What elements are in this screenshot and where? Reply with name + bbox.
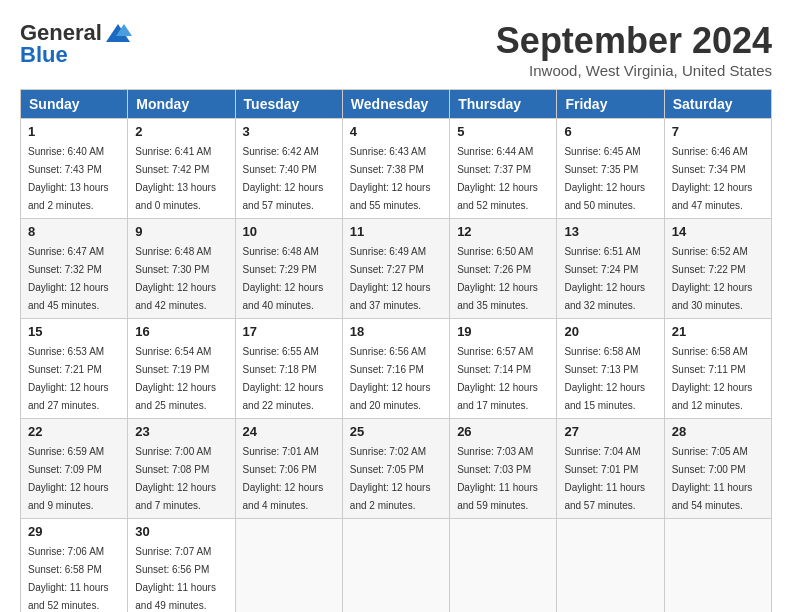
- calendar-cell: 14 Sunrise: 6:52 AMSunset: 7:22 PMDaylig…: [664, 219, 771, 319]
- day-number: 1: [28, 124, 120, 139]
- calendar-table: SundayMondayTuesdayWednesdayThursdayFrid…: [20, 89, 772, 612]
- calendar-week-row: 22 Sunrise: 6:59 AMSunset: 7:09 PMDaylig…: [21, 419, 772, 519]
- day-info: Sunrise: 6:56 AMSunset: 7:16 PMDaylight:…: [350, 346, 431, 411]
- day-number: 6: [564, 124, 656, 139]
- logo: General Blue: [20, 20, 132, 68]
- day-info: Sunrise: 7:04 AMSunset: 7:01 PMDaylight:…: [564, 446, 645, 511]
- calendar-cell: 2 Sunrise: 6:41 AMSunset: 7:42 PMDayligh…: [128, 119, 235, 219]
- day-info: Sunrise: 7:01 AMSunset: 7:06 PMDaylight:…: [243, 446, 324, 511]
- day-number: 3: [243, 124, 335, 139]
- day-info: Sunrise: 6:48 AMSunset: 7:29 PMDaylight:…: [243, 246, 324, 311]
- calendar-cell: 23 Sunrise: 7:00 AMSunset: 7:08 PMDaylig…: [128, 419, 235, 519]
- day-info: Sunrise: 6:41 AMSunset: 7:42 PMDaylight:…: [135, 146, 216, 211]
- day-number: 28: [672, 424, 764, 439]
- column-header-tuesday: Tuesday: [235, 90, 342, 119]
- day-info: Sunrise: 6:40 AMSunset: 7:43 PMDaylight:…: [28, 146, 109, 211]
- calendar-cell: 13 Sunrise: 6:51 AMSunset: 7:24 PMDaylig…: [557, 219, 664, 319]
- day-info: Sunrise: 6:48 AMSunset: 7:30 PMDaylight:…: [135, 246, 216, 311]
- day-number: 29: [28, 524, 120, 539]
- calendar-cell: 26 Sunrise: 7:03 AMSunset: 7:03 PMDaylig…: [450, 419, 557, 519]
- day-info: Sunrise: 6:49 AMSunset: 7:27 PMDaylight:…: [350, 246, 431, 311]
- day-info: Sunrise: 6:42 AMSunset: 7:40 PMDaylight:…: [243, 146, 324, 211]
- day-number: 19: [457, 324, 549, 339]
- calendar-cell: 5 Sunrise: 6:44 AMSunset: 7:37 PMDayligh…: [450, 119, 557, 219]
- day-number: 25: [350, 424, 442, 439]
- day-info: Sunrise: 7:00 AMSunset: 7:08 PMDaylight:…: [135, 446, 216, 511]
- day-info: Sunrise: 6:57 AMSunset: 7:14 PMDaylight:…: [457, 346, 538, 411]
- day-number: 12: [457, 224, 549, 239]
- day-info: Sunrise: 7:06 AMSunset: 6:58 PMDaylight:…: [28, 546, 109, 611]
- day-number: 8: [28, 224, 120, 239]
- day-number: 21: [672, 324, 764, 339]
- day-info: Sunrise: 6:55 AMSunset: 7:18 PMDaylight:…: [243, 346, 324, 411]
- day-info: Sunrise: 6:52 AMSunset: 7:22 PMDaylight:…: [672, 246, 753, 311]
- calendar-cell: 7 Sunrise: 6:46 AMSunset: 7:34 PMDayligh…: [664, 119, 771, 219]
- column-header-thursday: Thursday: [450, 90, 557, 119]
- column-header-monday: Monday: [128, 90, 235, 119]
- day-info: Sunrise: 6:58 AMSunset: 7:13 PMDaylight:…: [564, 346, 645, 411]
- day-number: 20: [564, 324, 656, 339]
- calendar-cell: 9 Sunrise: 6:48 AMSunset: 7:30 PMDayligh…: [128, 219, 235, 319]
- day-info: Sunrise: 6:45 AMSunset: 7:35 PMDaylight:…: [564, 146, 645, 211]
- calendar-cell: [342, 519, 449, 613]
- calendar-cell: [557, 519, 664, 613]
- calendar-cell: 21 Sunrise: 6:58 AMSunset: 7:11 PMDaylig…: [664, 319, 771, 419]
- column-header-saturday: Saturday: [664, 90, 771, 119]
- day-number: 18: [350, 324, 442, 339]
- day-info: Sunrise: 6:58 AMSunset: 7:11 PMDaylight:…: [672, 346, 753, 411]
- day-info: Sunrise: 7:07 AMSunset: 6:56 PMDaylight:…: [135, 546, 216, 611]
- day-info: Sunrise: 6:47 AMSunset: 7:32 PMDaylight:…: [28, 246, 109, 311]
- day-number: 7: [672, 124, 764, 139]
- calendar-cell: 11 Sunrise: 6:49 AMSunset: 7:27 PMDaylig…: [342, 219, 449, 319]
- calendar-cell: 1 Sunrise: 6:40 AMSunset: 7:43 PMDayligh…: [21, 119, 128, 219]
- day-info: Sunrise: 6:59 AMSunset: 7:09 PMDaylight:…: [28, 446, 109, 511]
- calendar-cell: 8 Sunrise: 6:47 AMSunset: 7:32 PMDayligh…: [21, 219, 128, 319]
- day-info: Sunrise: 6:54 AMSunset: 7:19 PMDaylight:…: [135, 346, 216, 411]
- month-title: September 2024: [496, 20, 772, 62]
- day-number: 4: [350, 124, 442, 139]
- calendar-cell: 20 Sunrise: 6:58 AMSunset: 7:13 PMDaylig…: [557, 319, 664, 419]
- day-info: Sunrise: 6:51 AMSunset: 7:24 PMDaylight:…: [564, 246, 645, 311]
- day-number: 13: [564, 224, 656, 239]
- day-number: 9: [135, 224, 227, 239]
- calendar-cell: 6 Sunrise: 6:45 AMSunset: 7:35 PMDayligh…: [557, 119, 664, 219]
- calendar-cell: 27 Sunrise: 7:04 AMSunset: 7:01 PMDaylig…: [557, 419, 664, 519]
- day-number: 22: [28, 424, 120, 439]
- day-info: Sunrise: 6:53 AMSunset: 7:21 PMDaylight:…: [28, 346, 109, 411]
- day-number: 10: [243, 224, 335, 239]
- logo-icon: [104, 22, 132, 44]
- calendar-cell: 30 Sunrise: 7:07 AMSunset: 6:56 PMDaylig…: [128, 519, 235, 613]
- logo-blue-text: Blue: [20, 42, 68, 68]
- calendar-cell: [664, 519, 771, 613]
- day-info: Sunrise: 6:44 AMSunset: 7:37 PMDaylight:…: [457, 146, 538, 211]
- day-info: Sunrise: 7:02 AMSunset: 7:05 PMDaylight:…: [350, 446, 431, 511]
- day-number: 5: [457, 124, 549, 139]
- calendar-week-row: 15 Sunrise: 6:53 AMSunset: 7:21 PMDaylig…: [21, 319, 772, 419]
- day-number: 26: [457, 424, 549, 439]
- calendar-cell: 25 Sunrise: 7:02 AMSunset: 7:05 PMDaylig…: [342, 419, 449, 519]
- day-info: Sunrise: 7:05 AMSunset: 7:00 PMDaylight:…: [672, 446, 753, 511]
- day-number: 27: [564, 424, 656, 439]
- calendar-cell: 4 Sunrise: 6:43 AMSunset: 7:38 PMDayligh…: [342, 119, 449, 219]
- calendar-cell: 15 Sunrise: 6:53 AMSunset: 7:21 PMDaylig…: [21, 319, 128, 419]
- column-header-friday: Friday: [557, 90, 664, 119]
- day-info: Sunrise: 7:03 AMSunset: 7:03 PMDaylight:…: [457, 446, 538, 511]
- calendar-cell: 22 Sunrise: 6:59 AMSunset: 7:09 PMDaylig…: [21, 419, 128, 519]
- calendar-cell: 28 Sunrise: 7:05 AMSunset: 7:00 PMDaylig…: [664, 419, 771, 519]
- calendar-cell: [450, 519, 557, 613]
- location-subtitle: Inwood, West Virginia, United States: [496, 62, 772, 79]
- calendar-cell: 17 Sunrise: 6:55 AMSunset: 7:18 PMDaylig…: [235, 319, 342, 419]
- title-area: September 2024 Inwood, West Virginia, Un…: [496, 20, 772, 79]
- calendar-cell: [235, 519, 342, 613]
- day-number: 24: [243, 424, 335, 439]
- calendar-week-row: 8 Sunrise: 6:47 AMSunset: 7:32 PMDayligh…: [21, 219, 772, 319]
- calendar-week-row: 29 Sunrise: 7:06 AMSunset: 6:58 PMDaylig…: [21, 519, 772, 613]
- calendar-cell: 3 Sunrise: 6:42 AMSunset: 7:40 PMDayligh…: [235, 119, 342, 219]
- day-number: 14: [672, 224, 764, 239]
- day-number: 23: [135, 424, 227, 439]
- day-info: Sunrise: 6:46 AMSunset: 7:34 PMDaylight:…: [672, 146, 753, 211]
- calendar-header-row: SundayMondayTuesdayWednesdayThursdayFrid…: [21, 90, 772, 119]
- page-header: General Blue September 2024 Inwood, West…: [20, 20, 772, 79]
- column-header-sunday: Sunday: [21, 90, 128, 119]
- calendar-cell: 18 Sunrise: 6:56 AMSunset: 7:16 PMDaylig…: [342, 319, 449, 419]
